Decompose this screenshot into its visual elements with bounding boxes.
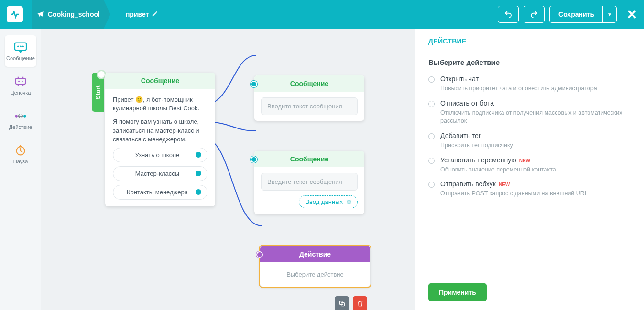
message-text-1: Привет 🙂, я бот-помощник кулинарной школ… <box>113 96 207 113</box>
svg-rect-4 <box>16 78 26 84</box>
breadcrumb: Cooking_school привет <box>32 0 169 29</box>
chain-icon <box>13 75 28 88</box>
save-dropdown-button[interactable]: ▼ <box>602 6 617 23</box>
tool-message[interactable]: Сообщение <box>5 35 36 67</box>
input-port[interactable] <box>251 81 257 87</box>
tool-label: Сообщение <box>6 55 35 61</box>
connector-dot[interactable] <box>196 171 201 176</box>
save-button[interactable]: Сохранить <box>549 6 603 23</box>
option-title: Добавить тег <box>440 132 481 139</box>
message-icon <box>13 41 28 53</box>
breadcrumb-flow[interactable]: привет <box>112 0 169 29</box>
close-button[interactable]: ✕ <box>626 7 637 22</box>
svg-point-3 <box>22 46 23 47</box>
panel-subtitle: Выберите действие <box>428 58 631 66</box>
properties-panel: ДЕЙСТВИЕ Выберите действие Открыть чатПо… <box>415 29 644 310</box>
connector-dot[interactable] <box>196 189 201 195</box>
radio-button[interactable] <box>428 101 435 107</box>
telegram-icon <box>36 11 44 18</box>
node-message-2[interactable]: Сообщение Введите текст сообщения <box>254 75 364 121</box>
tool-chain[interactable]: Цепочка <box>5 70 36 101</box>
top-bar: Cooking_school привет Сохранить ▼ ✕ <box>0 0 644 29</box>
new-badge: NEW <box>519 158 530 163</box>
start-marker[interactable]: Start <box>92 73 104 112</box>
option-description: Присвоить тег подписчику <box>440 141 513 150</box>
input-data-chip[interactable]: Ввод данных <box>299 195 358 208</box>
action-icon <box>13 110 28 122</box>
input-port[interactable] <box>256 251 263 258</box>
edit-icon[interactable] <box>152 11 158 19</box>
svg-point-6 <box>22 81 23 82</box>
copy-icon <box>338 300 346 307</box>
redo-button[interactable] <box>524 6 545 23</box>
tool-pause[interactable]: Пауза <box>5 139 36 170</box>
message-text-2: Я помогу вам узнать о школе, записаться … <box>113 118 207 144</box>
app-logo[interactable] <box>7 6 23 22</box>
option-button-2[interactable]: Контакты менеджера <box>113 185 207 200</box>
action-option-webhook[interactable]: Отправить вебхукNEWОтправить POST запрос… <box>428 180 631 198</box>
node-action[interactable]: Действие Выберите действие <box>260 246 370 287</box>
option-description: Обновить значение переменной контакта <box>440 166 556 174</box>
option-button-0[interactable]: Узнать о школе <box>113 148 207 162</box>
duplicate-node-button[interactable] <box>335 296 349 310</box>
tool-label: Пауза <box>13 159 28 164</box>
option-description: Отключить подписчика от получения массов… <box>440 109 631 125</box>
breadcrumb-bot[interactable]: Cooking_school <box>32 0 110 29</box>
option-title: Открыть чат <box>440 75 479 83</box>
action-option-unsubscribe[interactable]: Отписать от ботаОтключить подписчика от … <box>428 99 631 125</box>
flow-canvas[interactable]: Start Сообщение Привет 🙂, я бот-помощник… <box>41 29 415 310</box>
delete-node-button[interactable] <box>353 296 367 310</box>
action-placeholder[interactable]: Выберите действие <box>260 262 370 287</box>
radio-button[interactable] <box>428 76 435 83</box>
node-body: Привет 🙂, я бот-помощник кулинарной школ… <box>105 89 215 206</box>
action-option-add-tag[interactable]: Добавить тегПрисвоить тег подписчику <box>428 132 631 150</box>
trash-icon <box>357 300 364 307</box>
panel-title: ДЕЙСТВИЕ <box>428 37 631 45</box>
tool-label: Действие <box>9 124 32 130</box>
action-option-set-variable[interactable]: Установить переменнуюNEWОбновить значени… <box>428 156 631 174</box>
action-option-open-chat[interactable]: Открыть чатПовысить приоритет чата и опо… <box>428 75 631 93</box>
option-button-1[interactable]: Мастер-классы <box>113 166 207 181</box>
message-placeholder[interactable]: Введите текст сообщения <box>261 173 358 191</box>
option-title: Отправить вебхук <box>440 180 496 188</box>
topbar-actions: Сохранить ▼ ✕ <box>498 6 637 23</box>
svg-point-8 <box>23 115 26 117</box>
left-toolbar: Сообщение Цепочка Действие Пауза <box>0 29 41 310</box>
redo-icon <box>530 10 538 19</box>
apply-button[interactable]: Применить <box>428 283 487 301</box>
connector-dot[interactable] <box>347 200 351 204</box>
start-label: Start <box>95 85 102 99</box>
node-title: Сообщение <box>105 73 215 89</box>
pulse-icon <box>10 10 20 19</box>
option-description: Отправить POST запрос с данными на внешн… <box>440 190 588 198</box>
svg-point-1 <box>20 46 21 47</box>
undo-icon <box>504 10 513 19</box>
tool-label: Цепочка <box>11 90 31 96</box>
pause-icon <box>13 144 28 157</box>
flow-name: привет <box>126 11 149 18</box>
bot-name: Cooking_school <box>48 11 100 18</box>
node-title: Действие <box>260 246 370 262</box>
input-port[interactable] <box>251 156 257 163</box>
radio-button[interactable] <box>428 182 435 188</box>
radio-button[interactable] <box>428 158 435 164</box>
svg-point-2 <box>17 46 19 47</box>
node-message-3[interactable]: Сообщение Введите текст сообщения Ввод д… <box>254 151 364 214</box>
node-title: Сообщение <box>254 151 364 167</box>
connector-dot[interactable] <box>196 152 201 158</box>
node-title: Сообщение <box>254 75 364 92</box>
new-badge: NEW <box>499 182 510 187</box>
option-title: Установить переменную <box>440 156 516 164</box>
option-description: Повысить приоритет чата и оповестить адм… <box>440 85 597 93</box>
message-placeholder[interactable]: Введите текст сообщения <box>261 97 358 115</box>
radio-button[interactable] <box>428 133 435 139</box>
tool-action[interactable]: Действие <box>5 104 36 136</box>
node-toolbar <box>335 296 367 310</box>
svg-point-7 <box>15 115 18 117</box>
svg-point-5 <box>18 81 20 82</box>
node-message-main[interactable]: Сообщение Привет 🙂, я бот-помощник кулин… <box>105 73 215 206</box>
option-title: Отписать от бота <box>440 99 494 107</box>
undo-button[interactable] <box>498 6 519 23</box>
